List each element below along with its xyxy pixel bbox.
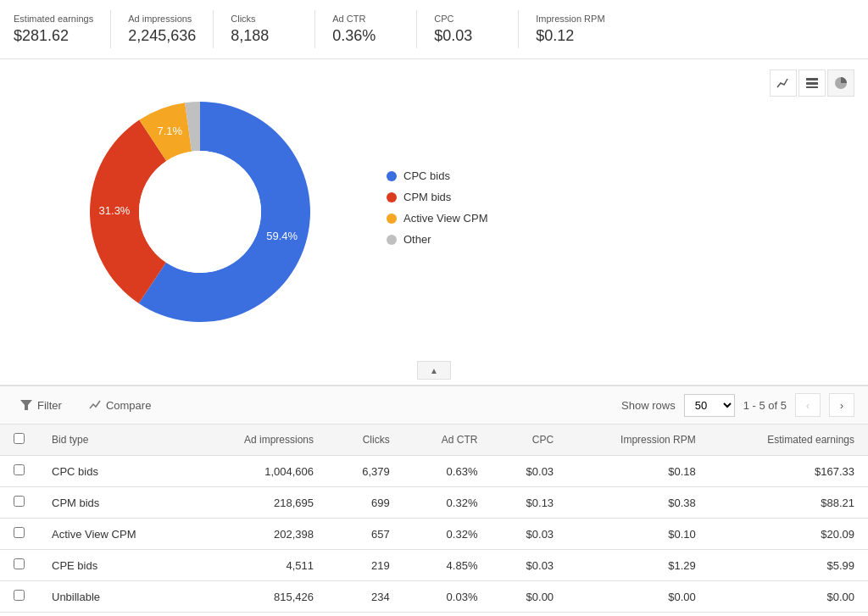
row-checkbox-cell[interactable]	[0, 456, 38, 487]
svg-rect-1	[806, 82, 818, 85]
compare-button[interactable]: Compare	[82, 396, 158, 415]
table-toolbar: Filter Compare Show rows 50 25 100 1 - 5…	[0, 386, 868, 425]
cell-estimated-earnings: $5.99	[709, 550, 868, 581]
stat-label-ad-impressions: Ad impressions	[128, 14, 196, 24]
row-checkbox-cell[interactable]	[0, 519, 38, 550]
cell-cpc: $0.03	[491, 550, 567, 581]
select-all-checkbox[interactable]	[14, 433, 25, 444]
cell-estimated-earnings: $20.09	[709, 519, 868, 550]
cell-bid-type: CPM bids	[38, 487, 193, 519]
header-checkbox-cell[interactable]	[0, 425, 38, 456]
rows-per-page-select[interactable]: 50 25 100	[684, 394, 735, 417]
stat-label-impression-rpm: Impression RPM	[536, 14, 604, 24]
row-checkbox[interactable]	[14, 590, 25, 601]
stat-estimated-earnings: Estimated earnings $281.62	[0, 10, 111, 48]
stat-ad-ctr: Ad CTR 0.36%	[315, 10, 417, 48]
cell-bid-type: CPE bids	[38, 550, 193, 581]
header-clicks: Clicks	[327, 425, 403, 456]
row-checkbox-cell[interactable]	[0, 487, 38, 519]
table-row: CPE bids 4,511 219 4.85% $0.03 $1.29 $5.…	[0, 550, 868, 581]
cell-impression-rpm: $1.29	[567, 550, 709, 581]
legend-dot-cpc-bids	[387, 171, 397, 181]
collapse-bar: ▲	[0, 356, 868, 386]
cell-cpc: $0.00	[491, 581, 567, 613]
next-page-button[interactable]: ›	[829, 393, 854, 417]
header-estimated-earnings: Estimated earnings	[709, 425, 868, 456]
compare-label: Compare	[106, 399, 151, 412]
show-rows-label: Show rows	[621, 399, 676, 412]
header-cpc: CPC	[491, 425, 567, 456]
legend-dot-cpm-bids	[387, 192, 397, 203]
stat-label-estimated-earnings: Estimated earnings	[14, 14, 93, 24]
row-checkbox[interactable]	[14, 464, 25, 475]
cell-impression-rpm: $0.00	[567, 581, 709, 613]
row-checkbox-cell[interactable]	[0, 550, 38, 581]
svg-text:59.4%: 59.4%	[266, 230, 298, 242]
prev-page-button[interactable]: ‹	[795, 393, 821, 417]
stat-label-cpc: CPC	[434, 14, 501, 24]
legend-label-cpc-bids: CPC bids	[403, 169, 450, 182]
chart-legend: CPC bids CPM bids Active View CPM Other	[387, 169, 487, 254]
stat-value-impression-rpm: $0.12	[536, 27, 604, 45]
stat-value-estimated-earnings: $281.62	[14, 27, 93, 45]
stat-value-clicks: 8,188	[231, 27, 298, 45]
svg-rect-0	[806, 78, 818, 80]
row-checkbox[interactable]	[14, 558, 25, 569]
svg-marker-7	[20, 400, 32, 410]
legend-dot-other	[387, 235, 397, 245]
donut-svg: 59.4%31.3%7.1%	[64, 76, 336, 347]
svg-rect-2	[806, 86, 818, 88]
cell-ad-impressions: 815,426	[193, 581, 327, 613]
legend-label-cpm-bids: CPM bids	[403, 191, 451, 203]
stat-impression-rpm: Impression RPM $0.12	[519, 10, 621, 48]
line-chart-button[interactable]	[770, 69, 797, 97]
cell-estimated-earnings: $167.33	[709, 456, 868, 487]
cell-clicks: 657	[327, 519, 403, 550]
stat-ad-impressions: Ad impressions 2,245,636	[111, 10, 214, 48]
cell-impression-rpm: $0.10	[567, 519, 709, 550]
cell-cpc: $0.03	[491, 519, 567, 550]
svg-text:7.1%: 7.1%	[157, 125, 182, 137]
collapse-button[interactable]: ▲	[417, 361, 451, 380]
legend-item-cpm-bids: CPM bids	[387, 191, 487, 203]
header-bid-type: Bid type	[38, 425, 193, 456]
cell-clicks: 6,379	[327, 456, 403, 487]
stat-label-clicks: Clicks	[231, 14, 298, 24]
cell-ad-impressions: 4,511	[193, 550, 327, 581]
cell-ad-impressions: 218,695	[193, 487, 327, 519]
cell-ad-ctr: 0.32%	[403, 487, 492, 519]
legend-label-other: Other	[403, 233, 431, 246]
legend-label-active-view-cpm: Active View CPM	[403, 212, 487, 225]
cell-ad-ctr: 4.85%	[403, 550, 492, 581]
cell-impression-rpm: $0.18	[567, 456, 709, 487]
legend-item-active-view-cpm: Active View CPM	[387, 212, 487, 225]
cell-bid-type: Unbillable	[38, 581, 193, 613]
row-checkbox[interactable]	[14, 496, 25, 507]
chart-toolbar	[770, 69, 854, 97]
row-checkbox-cell[interactable]	[0, 581, 38, 613]
table-row: CPC bids 1,004,606 6,379 0.63% $0.03 $0.…	[0, 456, 868, 487]
cell-ad-ctr: 0.03%	[403, 581, 492, 613]
stat-value-ad-impressions: 2,245,636	[128, 27, 196, 45]
table-row: Active View CPM 202,398 657 0.32% $0.03 …	[0, 519, 868, 550]
table-toolbar-right: Show rows 50 25 100 1 - 5 of 5 ‹ ›	[621, 393, 854, 417]
table-row: CPM bids 218,695 699 0.32% $0.13 $0.38 $…	[0, 487, 868, 519]
filter-button[interactable]: Filter	[14, 396, 69, 415]
pie-chart-button[interactable]	[827, 69, 854, 97]
cell-ad-impressions: 202,398	[193, 519, 327, 550]
compare-icon	[89, 399, 101, 411]
table-row: Unbillable 815,426 234 0.03% $0.00 $0.00…	[0, 581, 868, 613]
table-toolbar-left: Filter Compare	[14, 396, 158, 415]
donut-hole	[139, 151, 261, 273]
table-view-button[interactable]	[798, 69, 826, 97]
stat-value-cpc: $0.03	[434, 27, 501, 45]
legend-item-cpc-bids: CPC bids	[387, 169, 487, 182]
cell-estimated-earnings: $88.21	[709, 487, 868, 519]
stats-bar: Estimated earnings $281.62 Ad impression…	[0, 0, 868, 59]
table-body: CPC bids 1,004,606 6,379 0.63% $0.03 $0.…	[0, 456, 868, 613]
chart-container: 59.4%31.3%7.1% CPC bids CPM bids Active …	[0, 59, 868, 356]
filter-icon	[20, 399, 32, 411]
data-table: Bid type Ad impressions Clicks Ad CTR CP…	[0, 425, 868, 613]
cell-bid-type: CPC bids	[38, 456, 193, 487]
row-checkbox[interactable]	[14, 527, 25, 538]
